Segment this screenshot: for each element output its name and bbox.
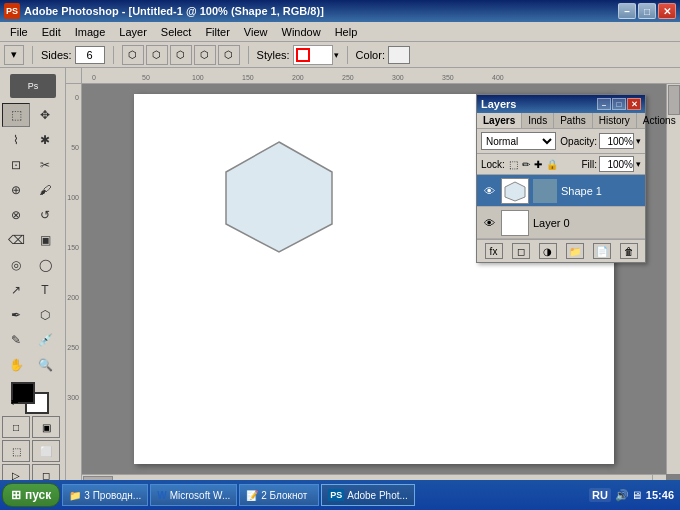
- ruler-horizontal: 0 50 100 150 200 250 300 350 400: [82, 68, 680, 84]
- blur-tool[interactable]: ◎: [2, 253, 30, 277]
- gradient-tool[interactable]: ▣: [31, 228, 59, 252]
- taskbar-label-word: Microsoft W...: [170, 490, 231, 501]
- layer-eye-layer0[interactable]: 👁: [481, 215, 497, 231]
- notes-tool[interactable]: ✎: [2, 328, 30, 352]
- layer-item-shape1[interactable]: 👁 Shape 1: [477, 175, 645, 207]
- swap-colors-icon[interactable]: ⇄: [11, 396, 19, 406]
- layers-btn-adjustment[interactable]: ◑: [539, 243, 557, 259]
- fill-input[interactable]: [599, 156, 634, 172]
- title-bar-left: PS Adobe Photoshop - [Untitled-1 @ 100% …: [4, 3, 324, 19]
- color-picker[interactable]: [388, 46, 410, 64]
- tab-inds[interactable]: Inds: [522, 113, 554, 128]
- marquee-tool[interactable]: ⬚: [2, 103, 30, 127]
- lock-position-icon[interactable]: ✚: [534, 159, 542, 170]
- menu-select[interactable]: Select: [155, 24, 198, 40]
- lock-label: Lock:: [481, 159, 505, 170]
- canvas-area: 0 50 100 150 200 250 300 350 400 0 50 10…: [66, 68, 680, 488]
- hand-tool[interactable]: ✋: [2, 353, 30, 377]
- quick-mask-on[interactable]: ▣: [32, 416, 60, 438]
- styles-picker[interactable]: ▾: [293, 45, 339, 65]
- opacity-input[interactable]: [599, 133, 634, 149]
- healing-brush-tool[interactable]: ⊕: [2, 178, 30, 202]
- lasso-tool[interactable]: ⌇: [2, 128, 30, 152]
- menu-help[interactable]: Help: [329, 24, 364, 40]
- pen-tool[interactable]: ✒: [2, 303, 30, 327]
- path-tool[interactable]: ↗: [2, 278, 30, 302]
- taskbar-item-explorer[interactable]: 📁 3 Проводн...: [62, 484, 148, 506]
- quick-mask-off[interactable]: □: [2, 416, 30, 438]
- close-button[interactable]: ✕: [658, 3, 676, 19]
- menu-view[interactable]: View: [238, 24, 274, 40]
- menu-layer[interactable]: Layer: [113, 24, 153, 40]
- eyedropper-tool[interactable]: 💉: [31, 328, 59, 352]
- layers-btn-mask[interactable]: ◻: [512, 243, 530, 259]
- lock-all-icon[interactable]: 🔒: [546, 159, 558, 170]
- move-tool[interactable]: ✥: [31, 103, 59, 127]
- menu-window[interactable]: Window: [276, 24, 327, 40]
- layers-btn-new[interactable]: 📄: [593, 243, 611, 259]
- lock-transparent-icon[interactable]: ⬚: [509, 159, 518, 170]
- dodge-tool[interactable]: ◯: [31, 253, 59, 277]
- taskbar-item-notepad[interactable]: 📝 2 Блокнот: [239, 484, 319, 506]
- type-tool[interactable]: T: [31, 278, 59, 302]
- layers-btn-delete[interactable]: 🗑: [620, 243, 638, 259]
- menu-bar: File Edit Image Layer Select Filter View…: [0, 22, 680, 42]
- layers-maximize[interactable]: □: [612, 98, 626, 110]
- taskbar-item-word[interactable]: W Microsoft W...: [150, 484, 237, 506]
- language-indicator[interactable]: RU: [589, 488, 611, 502]
- layers-btn-group[interactable]: 📁: [566, 243, 584, 259]
- shape-btn-3[interactable]: ⬡: [170, 45, 192, 65]
- styles-box[interactable]: [293, 45, 333, 65]
- tab-layers[interactable]: Layers: [477, 113, 522, 128]
- layers-close[interactable]: ✕: [627, 98, 641, 110]
- layer-eye-shape1[interactable]: 👁: [481, 183, 497, 199]
- opacity-arrow[interactable]: ▾: [636, 136, 641, 146]
- full-screen[interactable]: ⬜: [32, 440, 60, 462]
- layers-btn-fx[interactable]: fx: [485, 243, 503, 259]
- menu-image[interactable]: Image: [69, 24, 112, 40]
- layers-minimize[interactable]: –: [597, 98, 611, 110]
- menu-filter[interactable]: Filter: [199, 24, 235, 40]
- scroll-vertical[interactable]: [666, 84, 680, 474]
- layer-item-layer0[interactable]: 👁 Layer 0: [477, 207, 645, 239]
- sides-input[interactable]: [75, 46, 105, 64]
- taskbar-item-photoshop[interactable]: PS Adobe Phot...: [321, 484, 415, 506]
- scrollbar-v-thumb[interactable]: [668, 85, 680, 115]
- maximize-button[interactable]: □: [638, 3, 656, 19]
- tab-paths[interactable]: Paths: [554, 113, 593, 128]
- zoom-tool[interactable]: 🔍: [31, 353, 59, 377]
- minimize-button[interactable]: –: [618, 3, 636, 19]
- shape-btn-2[interactable]: ⬡: [146, 45, 168, 65]
- ruler-v-0: 0: [75, 94, 79, 101]
- tab-history[interactable]: History: [593, 113, 637, 128]
- eraser-tool[interactable]: ⌫: [2, 228, 30, 252]
- fill-arrow[interactable]: ▾: [636, 159, 641, 169]
- menu-edit[interactable]: Edit: [36, 24, 67, 40]
- slice-tool[interactable]: ✂: [31, 153, 59, 177]
- tab-actions[interactable]: Actions: [637, 113, 680, 128]
- stamp-tool[interactable]: ⊗: [2, 203, 30, 227]
- taskbar-icon-notepad: 📝: [246, 490, 258, 501]
- history-brush-tool[interactable]: ↺: [31, 203, 59, 227]
- shape-btn-1[interactable]: ⬡: [122, 45, 144, 65]
- volume-icon[interactable]: 🔊: [615, 489, 629, 502]
- canvas-inner: Layers – □ ✕ Layers Inds Paths History A…: [82, 84, 666, 474]
- hexagon-shape[interactable]: [214, 134, 344, 254]
- menu-file[interactable]: File: [4, 24, 34, 40]
- styles-arrow[interactable]: ▾: [334, 50, 339, 60]
- blend-mode-select[interactable]: Normal Multiply Screen: [481, 132, 556, 150]
- magic-wand-tool[interactable]: ✱: [31, 128, 59, 152]
- crop-tool[interactable]: ⊡: [2, 153, 30, 177]
- shape-tool[interactable]: ⬡: [31, 303, 59, 327]
- lock-image-icon[interactable]: ✏: [522, 159, 530, 170]
- shape-btn-5[interactable]: ⬡: [218, 45, 240, 65]
- fill-control: Fill: ▾: [581, 156, 641, 172]
- clock: 15:46: [646, 489, 674, 501]
- network-icon[interactable]: 🖥: [631, 489, 642, 502]
- standard-screen[interactable]: ⬚: [2, 440, 30, 462]
- tool-preset-picker[interactable]: ▾: [4, 45, 24, 65]
- brush-tool[interactable]: 🖌: [31, 178, 59, 202]
- layers-panel-title: Layers: [481, 98, 516, 110]
- start-button[interactable]: ⊞ пуск: [2, 483, 60, 507]
- shape-btn-4[interactable]: ⬡: [194, 45, 216, 65]
